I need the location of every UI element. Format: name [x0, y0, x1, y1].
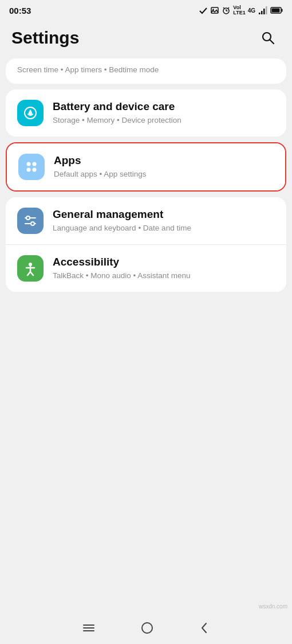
battery-subtitle: Storage • Memory • Device protection	[53, 115, 275, 126]
svg-point-34	[142, 623, 152, 633]
svg-rect-12	[282, 9, 283, 12]
accessibility-text: Accessibility TalkBack • Mono audio • As…	[53, 256, 275, 282]
bottom-card: General management Language and keyboard…	[6, 197, 286, 292]
svg-point-20	[27, 168, 31, 172]
watermark: wsxdn.com	[259, 603, 287, 610]
svg-point-21	[33, 168, 37, 172]
home-button[interactable]	[141, 622, 153, 634]
general-management-icon-bg	[17, 208, 44, 234]
home-icon	[141, 622, 153, 634]
apps-title: Apps	[54, 154, 274, 167]
accessibility-icon	[22, 260, 38, 276]
page-title: Settings	[11, 28, 79, 48]
svg-point-19	[33, 162, 37, 166]
svg-point-17	[29, 111, 32, 115]
svg-line-5	[223, 7, 224, 9]
general-management-item[interactable]: General management Language and keyboard…	[6, 197, 286, 244]
nav-bar	[0, 612, 292, 644]
back-button[interactable]	[199, 622, 210, 634]
svg-point-18	[27, 162, 31, 166]
apps-icon-bg	[18, 154, 45, 180]
svg-rect-8	[261, 11, 263, 14]
apps-item[interactable]: Apps Default apps • App settings	[7, 143, 285, 190]
accessibility-title: Accessibility	[53, 256, 275, 269]
svg-rect-10	[266, 6, 267, 14]
image-icon	[210, 6, 219, 15]
battery-care-icon	[22, 105, 38, 121]
svg-line-6	[228, 7, 229, 9]
svg-point-23	[26, 216, 30, 220]
svg-line-30	[30, 272, 33, 275]
svg-rect-9	[263, 9, 265, 14]
settings-list: Screen time • App timers • Bedtime mode …	[0, 58, 292, 298]
general-management-title: General management	[53, 208, 275, 221]
alarm-icon	[222, 6, 231, 15]
app-bar: Settings	[0, 21, 292, 58]
apps-card[interactable]: Apps Default apps • App settings	[6, 142, 286, 192]
svg-rect-7	[259, 13, 261, 14]
battery-icon-bg	[17, 100, 44, 126]
vol-lte-label: VolLTE1	[233, 5, 245, 15]
signal-icon	[258, 6, 268, 15]
status-bar: 00:53 VolLTE1 4G	[0, 0, 292, 21]
search-icon	[261, 30, 275, 45]
battery-icon	[270, 6, 283, 14]
general-management-text: General management Language and keyboard…	[53, 208, 275, 234]
battery-item[interactable]: Battery and device care Storage • Memory…	[6, 89, 286, 136]
svg-line-15	[270, 40, 274, 44]
search-button[interactable]	[255, 25, 281, 50]
battery-title: Battery and device care	[53, 100, 275, 114]
apps-subtitle: Default apps • App settings	[54, 169, 274, 180]
accessibility-icon-bg	[17, 255, 44, 282]
apps-text: Apps Default apps • App settings	[54, 154, 274, 180]
back-icon	[199, 622, 210, 634]
battery-card[interactable]: Battery and device care Storage • Memory…	[6, 89, 286, 136]
status-icons: VolLTE1 4G	[199, 5, 283, 15]
4g-label: 4G	[248, 7, 255, 14]
accessibility-subtitle: TalkBack • Mono audio • Assistant menu	[53, 271, 275, 282]
screen-time-subtitle: Screen time • App timers • Bedtime mode	[17, 64, 275, 76]
recents-button[interactable]	[82, 623, 95, 633]
sliders-icon	[23, 213, 38, 228]
svg-rect-13	[272, 9, 280, 13]
check-icon	[199, 6, 208, 15]
svg-point-25	[31, 222, 34, 225]
general-management-subtitle: Language and keyboard • Date and time	[53, 223, 275, 234]
apps-grid-icon	[24, 159, 39, 174]
screen-time-card[interactable]: Screen time • App timers • Bedtime mode	[6, 58, 286, 84]
accessibility-item[interactable]: Accessibility TalkBack • Mono audio • As…	[6, 244, 286, 292]
status-time: 00:53	[9, 6, 31, 15]
battery-text: Battery and device care Storage • Memory…	[53, 100, 275, 126]
recents-icon	[82, 623, 95, 633]
